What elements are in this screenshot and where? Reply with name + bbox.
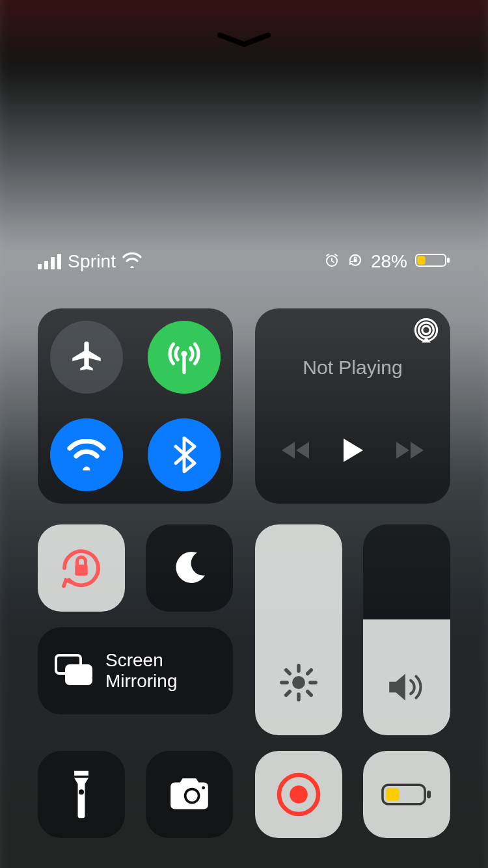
moon-icon (169, 547, 210, 589)
play-button[interactable] (333, 436, 372, 465)
flashlight-button[interactable] (38, 751, 125, 838)
svg-rect-22 (386, 788, 400, 800)
cellular-signal-icon (38, 254, 61, 269)
brightness-slider[interactable] (255, 524, 342, 735)
wifi-icon (67, 439, 106, 470)
svg-rect-1 (353, 259, 357, 262)
svg-point-14 (79, 789, 84, 794)
volume-slider[interactable] (363, 524, 450, 735)
svg-rect-3 (447, 258, 450, 263)
screen-mirroring-icon (53, 653, 94, 689)
carrier-label: Sprint (68, 251, 116, 272)
svg-point-16 (186, 790, 197, 801)
next-track-button[interactable] (390, 436, 429, 465)
svg-rect-13 (74, 776, 88, 778)
do-not-disturb-button[interactable] (146, 524, 233, 612)
antenna-icon (164, 337, 204, 377)
wifi-button[interactable] (50, 418, 123, 491)
battery-percent: 28% (371, 251, 407, 272)
airplay-icon[interactable] (413, 318, 440, 345)
now-playing-title: Not Playing (255, 357, 450, 379)
svg-point-6 (422, 326, 430, 334)
wifi-icon (122, 252, 142, 271)
flashlight-icon (67, 768, 96, 821)
bluetooth-icon (171, 436, 197, 474)
forward-icon (394, 439, 426, 461)
cellular-data-button[interactable] (148, 321, 221, 394)
camera-icon (165, 776, 213, 813)
battery-lowpower-icon (381, 781, 433, 808)
alarm-icon (324, 252, 340, 271)
svg-rect-4 (418, 256, 426, 265)
screen-mirroring-button[interactable]: Screen Mirroring (38, 627, 233, 714)
airplane-mode-button[interactable] (50, 321, 123, 394)
bluetooth-button[interactable] (148, 418, 221, 491)
connectivity-panel (38, 308, 233, 504)
rewind-icon (279, 439, 312, 461)
screen-record-button[interactable] (255, 751, 342, 838)
status-bar: Sprint (38, 249, 450, 275)
camera-button[interactable] (146, 751, 233, 838)
low-power-mode-button[interactable] (363, 751, 450, 838)
svg-point-19 (290, 785, 308, 804)
svg-rect-11 (66, 666, 91, 684)
orientation-lock-status-icon (347, 252, 363, 271)
play-icon (340, 436, 366, 465)
brightness-icon (255, 661, 342, 704)
orientation-lock-button[interactable] (38, 524, 125, 612)
airplane-icon (68, 338, 105, 376)
dismiss-chevron-icon[interactable] (215, 31, 273, 51)
record-icon (275, 771, 322, 818)
svg-point-7 (419, 323, 434, 338)
screen-mirroring-label: Screen Mirroring (105, 650, 177, 692)
svg-point-12 (292, 676, 305, 689)
media-panel[interactable]: Not Playing (255, 308, 450, 504)
volume-icon (363, 670, 450, 704)
battery-icon (415, 252, 450, 271)
previous-track-button[interactable] (276, 436, 315, 465)
rotation-lock-icon (56, 543, 107, 593)
svg-rect-21 (427, 791, 431, 798)
svg-point-17 (202, 786, 205, 789)
